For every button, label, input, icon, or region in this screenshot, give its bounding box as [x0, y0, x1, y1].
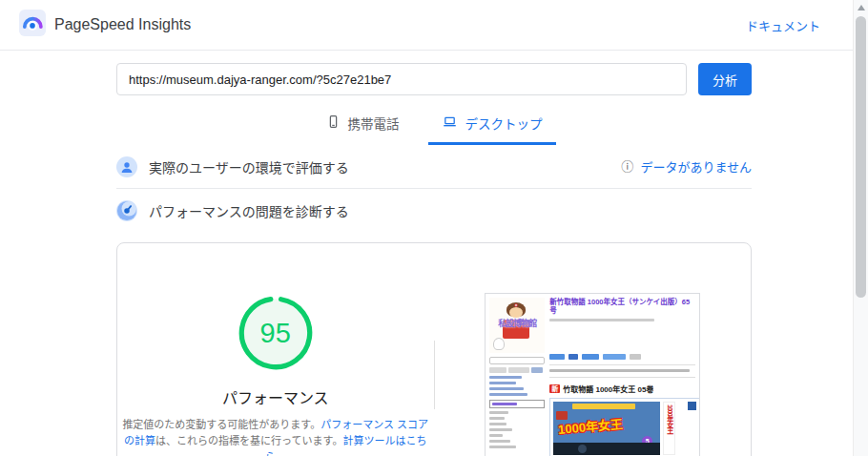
thumb-share-button [630, 354, 641, 360]
lab-data-title: パフォーマンスの問題を診断する [149, 201, 349, 220]
thumb-section-heading-row: 新 竹取物語 1000年女王 05巻 [549, 383, 695, 394]
thumb-link-bar [489, 434, 503, 437]
thumb-link-bar [489, 417, 505, 420]
thumb-category-bar [492, 403, 517, 405]
page-scrollbar[interactable] [853, 0, 868, 456]
thumb-page-heading: 新竹取物語 1000年女王（サンケイ出版）65号 [549, 298, 695, 316]
thumb-button [489, 367, 506, 373]
report-card: 95 パフォーマンス 推定値のため変動する可能性があります。パフォーマンス スコ… [116, 242, 752, 456]
no-data-label: データがありません [640, 157, 752, 176]
thumb-link-bar [489, 446, 516, 448]
tab-mobile[interactable]: 携帯電話 [313, 105, 413, 145]
field-data-panel[interactable]: 実際のユーザーの環境で評価する ⓘ データがありません [116, 145, 752, 189]
desktop-laptop-icon [442, 114, 458, 132]
app-header: PageSpeed Insights ドキュメント [0, 0, 868, 51]
banner-cat [493, 338, 505, 350]
cover-dark-band [553, 443, 660, 455]
score-note-text-2: は、これらの指標を基に行っています。 [155, 435, 342, 446]
cover-planet [578, 445, 587, 453]
info-icon: ⓘ [621, 160, 633, 173]
performance-score-gauge: 95 [236, 293, 316, 373]
main-content: 分析 携帯電話 デスクトップ [116, 63, 752, 456]
pagespeed-logo-icon [19, 10, 46, 40]
home-link[interactable]: PageSpeed Insights [19, 10, 191, 40]
thumb-share-button [549, 354, 565, 360]
thumb-section-heading: 竹取物語 1000年女王 05巻 [563, 383, 653, 394]
thumb-share-button [568, 354, 578, 360]
thumb-link-bar [489, 428, 512, 431]
field-data-title: 実際のユーザーの環境で評価する [149, 157, 349, 176]
diagnose-gauge-icon [116, 200, 137, 221]
url-input[interactable] [116, 63, 687, 95]
thumb-share-button [582, 354, 599, 360]
score-note-text-1: 推定値のため変動する可能性があります。 [122, 419, 320, 430]
thumb-button-row [489, 367, 545, 373]
performance-score-value: 95 [236, 293, 316, 373]
thumb-link-bar [489, 376, 522, 379]
thumb-link-bar [489, 387, 524, 390]
thumb-link-bar [489, 411, 508, 414]
thumb-content: 新竹取物語 1000年女王（サンケイ出版）65号 [549, 298, 695, 452]
thumb-publisher-mark [688, 402, 696, 410]
thumb-divider [549, 377, 695, 378]
thumb-tags-bar [549, 369, 690, 372]
thumb-link-bar [489, 440, 510, 443]
documentation-link[interactable]: ドキュメント [746, 16, 820, 34]
lab-data-panel[interactable]: パフォーマンスの問題を診断する [116, 189, 752, 233]
screenshot-column: 私設博物館 [435, 293, 752, 456]
thumb-category-box [489, 400, 545, 408]
thumb-social-buttons [549, 354, 695, 360]
thumb-button [531, 367, 543, 373]
cover-imprint-band [572, 404, 635, 409]
thumb-search-box [489, 357, 545, 364]
thumb-breadcrumb-bar [549, 319, 654, 321]
new-badge: 新 [549, 384, 560, 393]
real-users-icon [116, 156, 137, 177]
tab-desktop-label: デスクトップ [465, 114, 543, 133]
pagespeed-insights-page: PageSpeed Insights ドキュメント 分析 携帯電話 [0, 0, 868, 456]
score-column: 95 パフォーマンス 推定値のため変動する可能性があります。パフォーマンス スコ… [117, 293, 434, 456]
report-card-body: 95 パフォーマンス 推定値のため変動する可能性があります。パフォーマンス スコ… [117, 243, 751, 456]
thumb-site-title: 私設博物館 [489, 317, 545, 329]
thumb-link-bar [489, 423, 506, 425]
app-title: PageSpeed Insights [54, 16, 191, 33]
spine-title-text: 1000年女王 [665, 404, 674, 433]
comic-cover-image: 1000年女王 5 [553, 402, 660, 455]
thumb-site-banner: 私設博物館 [489, 298, 545, 353]
cover-spine-strip: 1000年女王 [663, 402, 675, 455]
thumb-sidebar: 私設博物館 [489, 298, 545, 452]
analyze-button[interactable]: 分析 [698, 63, 752, 95]
tab-mobile-label: 携帯電話 [348, 114, 400, 133]
score-note: 推定値のため変動する可能性があります。パフォーマンス スコアの計算は、これらの指… [122, 417, 429, 456]
thumb-cover-frame: 1000年女王 5 1000年女王 [549, 398, 700, 456]
device-tabs: 携帯電話 デスクトップ [116, 105, 752, 145]
thumb-divider [549, 364, 695, 365]
tab-desktop[interactable]: デスクトップ [428, 105, 556, 145]
thumb-link-bar [489, 393, 527, 396]
performance-score-label: パフォーマンス [222, 385, 329, 408]
scroll-up-arrow-icon[interactable] [858, 5, 865, 10]
thumb-button [508, 367, 529, 373]
thumb-share-button [603, 354, 626, 360]
mobile-phone-icon [326, 114, 341, 132]
page-screenshot-thumbnail[interactable]: 私設博物館 [485, 293, 700, 456]
thumb-link-bar [489, 382, 516, 384]
analyze-form: 分析 [116, 63, 752, 95]
scrollbar-thumb[interactable] [856, 16, 866, 298]
field-data-status[interactable]: ⓘ データがありません [621, 157, 752, 176]
